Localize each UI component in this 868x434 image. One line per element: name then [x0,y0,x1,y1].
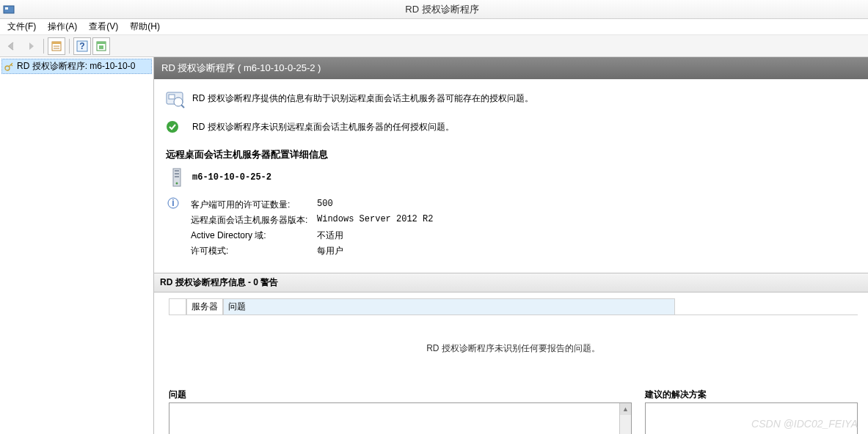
window-title: RD 授权诊断程序 [19,3,865,16]
intro-text: RD 授权诊断程序提供的信息有助于识别远程桌面会话主机服务器可能存在的授权问题。 [192,89,533,105]
table-row: Active Directory 域:不适用 [191,229,433,243]
table-row: 远程桌面会话主机服务器版本:Windows Server 2012 R2 [191,213,433,227]
nav-forward-button [22,37,40,55]
scroll-up-icon[interactable]: ▲ [620,403,631,415]
toolbar-btn-1[interactable] [48,37,65,55]
column-pad [169,298,186,315]
svg-line-13 [11,65,12,66]
toolbar: ? [0,35,868,57]
bottom-row: 问题 ▲ ▼ 建议的解决方案 [154,384,868,434]
server-row: m6-10-10-0-25-2 [154,167,868,195]
svg-rect-20 [175,170,179,172]
main-panel: RD 授权诊断程序 ( m6-10-10-0-25-2 ) RD 授权诊断程序提… [154,57,868,434]
table-row: 许可模式:每用户 [191,244,433,258]
column-issue[interactable]: 问题 [223,298,675,315]
issue-textbox[interactable]: ▲ ▼ [169,402,632,434]
solution-label: 建议的解决方案 [645,389,858,402]
table-row: 客户端可用的许可证数量:500 [191,198,433,212]
detail-key: 许可模式: [191,244,316,258]
menu-file[interactable]: 文件(F) [1,19,42,34]
detail-value: 500 [317,198,433,212]
svg-text:?: ? [79,41,84,51]
detail-value: 不适用 [317,229,433,243]
svg-text:i: i [172,198,174,208]
server-name: m6-10-10-0-25-2 [192,172,271,183]
svg-rect-9 [97,42,106,44]
issues-header: 服务器 问题 [169,298,858,315]
app-icon [3,4,15,15]
issue-column: 问题 ▲ ▼ [169,389,632,434]
details-table: 客户端可用的许可证数量:500 远程桌面会话主机服务器版本:Windows Se… [189,196,434,260]
status-row: RD 授权诊断程序未识别远程桌面会话主机服务器的任何授权问题。 [154,117,868,147]
menu-help[interactable]: 帮助(H) [124,19,166,34]
detail-value: 每用户 [317,244,433,258]
column-server[interactable]: 服务器 [186,298,223,315]
issues-empty-text: RD 授权诊断程序未识别任何要报告的问题。 [169,315,858,381]
toolbar-separator [43,39,44,54]
detail-key: 客户端可用的许可证数量: [191,198,316,212]
svg-point-23 [176,183,178,185]
solution-textbox[interactable] [645,402,858,434]
solution-column: 建议的解决方案 [645,389,858,434]
menu-view[interactable]: 查看(V) [83,19,124,34]
scrollbar[interactable]: ▲ ▼ [619,403,631,434]
server-icon [169,167,185,188]
window-titlebar: RD 授权诊断程序 [0,0,868,19]
issues-area: 服务器 问题 RD 授权诊断程序未识别任何要报告的问题。 [154,293,868,384]
detail-key: Active Directory 域: [191,229,316,243]
help-button[interactable]: ? [73,37,91,55]
svg-rect-15 [169,95,175,99]
svg-rect-21 [175,173,179,174]
tree-root-node[interactable]: RD 授权诊断程序: m6-10-10-0 [1,59,152,74]
menu-action[interactable]: 操作(A) [42,19,83,34]
svg-rect-3 [52,42,61,44]
detail-key: 远程桌面会话主机服务器版本: [191,213,316,227]
svg-point-18 [167,121,178,133]
info-icon: i [167,197,179,209]
toolbar-btn-3[interactable] [92,37,110,55]
svg-rect-1 [5,7,8,10]
detail-value: Windows Server 2012 R2 [317,213,433,227]
intro-block: RD 授权诊断程序提供的信息有助于识别远程桌面会话主机服务器可能存在的授权问题。 [154,79,868,117]
key-icon [4,62,14,72]
issue-label: 问题 [169,389,632,402]
toolbar-separator [69,39,70,54]
svg-rect-22 [175,176,179,177]
nav-back-button [3,37,21,55]
warnings-bar: RD 授权诊断程序信息 - 0 警告 [154,273,868,293]
content-area: RD 授权诊断程序: m6-10-10-0 RD 授权诊断程序 ( m6-10-… [0,57,868,434]
panel-header: RD 授权诊断程序 ( m6-10-10-0-25-2 ) [154,57,868,79]
details-block: i 客户端可用的许可证数量:500 远程桌面会话主机服务器版本:Windows … [154,195,868,273]
diagnostic-icon [164,89,185,110]
status-text: RD 授权诊断程序未识别远程桌面会话主机服务器的任何授权问题。 [192,121,454,133]
svg-line-17 [181,105,184,108]
svg-rect-10 [99,45,103,49]
section-header: 远程桌面会话主机服务器配置详细信息 [154,147,868,167]
tree-panel: RD 授权诊断程序: m6-10-10-0 [0,57,154,434]
menu-bar: 文件(F) 操作(A) 查看(V) 帮助(H) [0,19,868,35]
tree-root-label: RD 授权诊断程序: m6-10-10-0 [17,60,135,73]
check-icon [166,120,179,133]
